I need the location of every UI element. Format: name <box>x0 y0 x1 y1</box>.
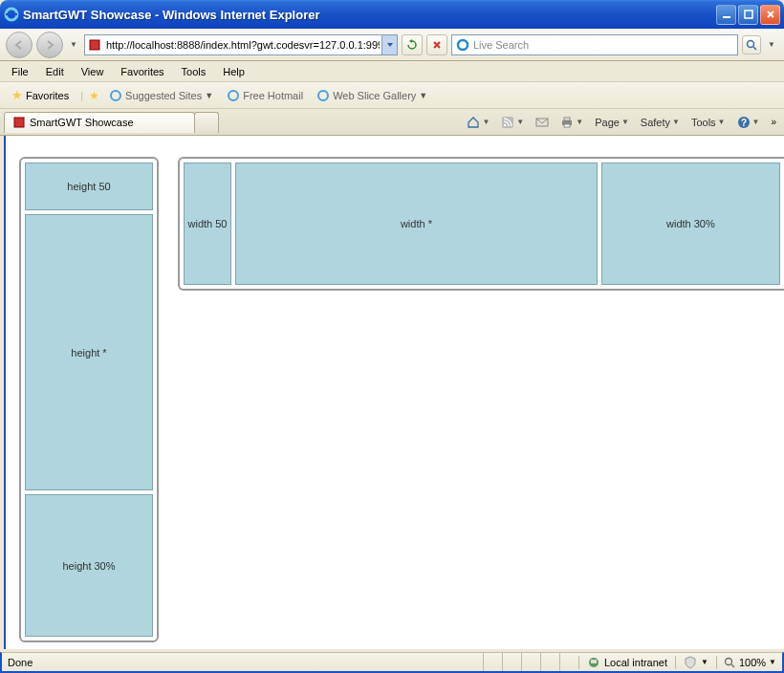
window-title: SmartGWT Showcase - Windows Internet Exp… <box>23 8 716 22</box>
intranet-icon <box>587 656 600 669</box>
web-slice-gallery-link[interactable]: Web Slice Gallery ▼ <box>313 87 431 104</box>
free-hotmail-link[interactable]: Free Hotmail <box>223 87 307 104</box>
hbox-width-50: width 50 <box>184 163 231 285</box>
hbox-width-30pct: width 30% <box>601 163 780 285</box>
svg-point-8 <box>318 91 328 100</box>
zoom-icon <box>723 656 736 669</box>
add-fav-icon[interactable]: ★ <box>89 89 99 102</box>
svg-rect-14 <box>564 118 570 120</box>
ie-small-icon <box>227 89 240 102</box>
maximize-button[interactable] <box>738 5 758 25</box>
favorites-button[interactable]: ★ Favorites <box>6 86 75 104</box>
search-box[interactable]: Live Search <box>451 34 738 55</box>
svg-point-11 <box>504 123 506 125</box>
help-icon: ? <box>737 116 751 129</box>
zoom-control[interactable]: 100% ▼ <box>716 656 782 669</box>
svg-rect-9 <box>14 118 24 127</box>
page-favicon-icon <box>87 37 102 53</box>
menu-tools[interactable]: Tools <box>174 64 214 79</box>
back-button[interactable] <box>6 32 33 58</box>
hbox-width-star: width * <box>235 163 598 285</box>
shield-icon <box>684 656 697 669</box>
svg-rect-10 <box>502 117 513 128</box>
menu-favorites[interactable]: Favorites <box>113 64 171 79</box>
mail-button[interactable] <box>532 114 553 131</box>
safety-menu[interactable]: Safety▼ <box>637 115 684 130</box>
svg-point-20 <box>725 658 731 664</box>
svg-text:?: ? <box>740 118 746 128</box>
forward-button[interactable] <box>36 32 63 58</box>
svg-rect-1 <box>723 16 730 18</box>
address-input[interactable] <box>104 37 381 53</box>
minimize-button[interactable] <box>716 5 736 25</box>
status-cells <box>483 653 578 671</box>
svg-point-6 <box>111 91 120 100</box>
menu-help[interactable]: Help <box>215 64 252 79</box>
horizontal-layout-container: width 50 width * width 30% <box>178 157 784 291</box>
address-bar <box>84 34 398 55</box>
ie-small-icon <box>316 89 330 102</box>
print-button[interactable]: ▼ <box>556 114 587 131</box>
tab-bar: SmartGWT Showcase ▼ ▼ ▼ Page▼ Safety▼ To… <box>0 109 784 136</box>
svg-rect-15 <box>564 124 570 127</box>
bing-icon <box>456 38 469 52</box>
zone-label: Local intranet <box>604 657 667 668</box>
search-button[interactable] <box>742 35 761 54</box>
home-icon <box>467 116 480 129</box>
favorites-bar: ★ Favorites | ★ Suggested Sites ▼ Free H… <box>0 82 784 109</box>
navigation-toolbar: ▼ Live Search ▼ <box>0 29 784 61</box>
vbox-height-star: height * <box>25 214 153 490</box>
tools-menu[interactable]: Tools▼ <box>687 115 730 130</box>
close-button[interactable] <box>760 5 780 25</box>
zoom-label: 100% <box>739 657 766 668</box>
protected-mode[interactable]: ▼ <box>675 656 716 669</box>
svg-rect-3 <box>90 40 99 50</box>
feeds-button[interactable]: ▼ <box>497 114 528 131</box>
vertical-layout-container: height 50 height * height 30% <box>19 157 159 642</box>
toolbar-overflow[interactable]: » <box>767 117 780 127</box>
status-bar: Done Local intranet ▼ 100% ▼ <box>0 652 784 673</box>
vbox-height-50: height 50 <box>25 163 153 210</box>
suggested-sites-link[interactable]: Suggested Sites ▼ <box>105 87 217 104</box>
new-tab-button[interactable] <box>194 112 219 133</box>
svg-point-4 <box>458 40 468 50</box>
favorites-label: Favorites <box>26 90 69 101</box>
svg-rect-2 <box>745 11 752 18</box>
tab-title: SmartGWT Showcase <box>30 117 134 128</box>
menu-file[interactable]: File <box>4 64 36 79</box>
mail-icon <box>535 116 549 129</box>
page-menu[interactable]: Page▼ <box>591 115 633 130</box>
home-button[interactable]: ▼ <box>463 114 493 131</box>
page-content: height 50 height * height 30% width 50 w… <box>4 136 784 649</box>
menu-view[interactable]: View <box>74 64 112 79</box>
tab-favicon-icon <box>12 116 26 129</box>
star-icon: ★ <box>11 88 23 102</box>
help-button[interactable]: ?▼ <box>733 114 764 131</box>
ie-small-icon <box>109 89 122 102</box>
vbox-height-30pct: height 30% <box>25 494 153 637</box>
stop-button[interactable] <box>426 34 447 55</box>
ie-logo-icon <box>4 7 19 22</box>
menu-edit[interactable]: Edit <box>38 64 72 79</box>
nav-dropdown-icon[interactable]: ▼ <box>67 38 80 52</box>
window-titlebar: SmartGWT Showcase - Windows Internet Exp… <box>0 0 784 29</box>
status-text: Done <box>2 657 483 668</box>
print-icon <box>560 116 574 129</box>
svg-point-7 <box>229 91 238 100</box>
svg-point-5 <box>748 40 754 47</box>
address-dropdown-button[interactable] <box>381 35 397 54</box>
svg-rect-19 <box>591 660 597 663</box>
refresh-button[interactable] <box>402 34 423 55</box>
tab-smartgwt[interactable]: SmartGWT Showcase <box>4 112 195 133</box>
menu-bar: File Edit View Favorites Tools Help <box>0 61 784 82</box>
search-dropdown-icon[interactable]: ▼ <box>765 38 778 52</box>
rss-icon <box>501 116 514 129</box>
security-zone[interactable]: Local intranet <box>578 656 675 669</box>
search-placeholder: Live Search <box>473 39 529 51</box>
